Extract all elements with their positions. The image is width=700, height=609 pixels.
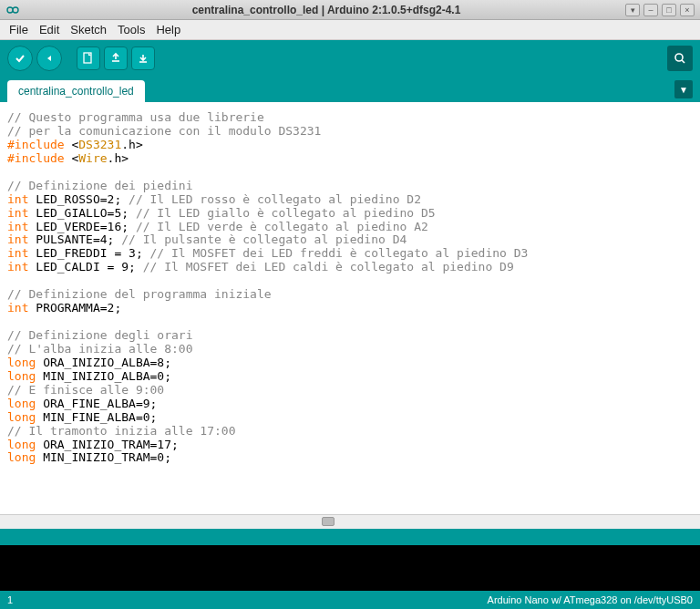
code-text: LED_GIALLO=5; <box>36 206 136 220</box>
comment: // Il LED rosso è collegato al piedino D… <box>129 192 421 206</box>
minimize-button[interactable]: – <box>643 4 658 16</box>
scrollbar-thumb[interactable] <box>322 517 335 526</box>
window-title: centralina_controllo_led | Arduino 2:1.0… <box>27 4 625 16</box>
comment: // Il pulsante è collegato al piedino D4 <box>121 232 407 246</box>
lib-name: Wire <box>78 151 107 165</box>
code-editor[interactable]: // Questo programma usa due librerie // … <box>0 102 700 514</box>
comment: // Il LED giallo è collegato al piedino … <box>136 206 436 220</box>
keyword: int <box>7 260 28 274</box>
code-text: LED_CALDI = 9; <box>36 260 142 274</box>
code-text: ORA_INIZIO_ALBA=8; <box>43 356 171 369</box>
menu-tools[interactable]: Tools <box>112 21 150 38</box>
keyword: long <box>7 369 36 383</box>
comment: // Definizione dei piedini <box>7 179 193 192</box>
comment: // L'alba inizia alle 8:00 <box>7 342 193 356</box>
code-text: MIN_INIZIO_TRAM=0; <box>43 450 171 464</box>
save-button[interactable] <box>131 46 155 70</box>
menu-sketch[interactable]: Sketch <box>65 21 112 38</box>
comment: // Il LED verde è collegato al piedino A… <box>136 220 428 233</box>
code-text: LED_VERDE=16; <box>36 220 136 233</box>
window-titlebar: centralina_controllo_led | Arduino 2:1.0… <box>0 0 700 20</box>
tab-dropdown-icon[interactable]: ▼ <box>674 80 693 98</box>
keyword: int <box>7 301 28 315</box>
comment: // Il MOSFET dei LED freddi è collegato … <box>150 246 529 260</box>
sketch-tab[interactable]: centralina_controllo_led <box>7 80 145 102</box>
tab-bar: centralina_controllo_led ▼ <box>0 77 700 102</box>
verify-button[interactable] <box>7 46 33 71</box>
code-text: PROGRAMMA=2; <box>36 301 121 315</box>
new-button[interactable] <box>77 46 100 70</box>
code-text: LED_FREDDI = 3; <box>36 246 149 260</box>
keyword: int <box>7 206 28 220</box>
status-bar: 1 Arduino Nano w/ ATmega328 on /dev/ttyU… <box>0 591 700 609</box>
comment: // Il tramonto inizia alle 17:00 <box>7 424 235 438</box>
keyword: int <box>7 232 28 246</box>
keyword: #include <box>7 138 65 151</box>
status-line-number: 1 <box>7 594 13 605</box>
comment: // Definizione del programma iniziale <box>7 287 272 301</box>
status-board-port: Arduino Nano w/ ATmega328 on /dev/ttyUSB… <box>488 594 693 605</box>
comment: // Definizione degli orari <box>7 328 193 342</box>
menu-edit[interactable]: Edit <box>34 21 65 38</box>
comment: // E finisce alle 9:00 <box>7 383 164 397</box>
svg-rect-0 <box>84 53 91 63</box>
code-text: MIN_FINE_ALBA=0; <box>43 410 157 424</box>
keyword: int <box>7 192 28 206</box>
keyword: int <box>7 220 28 233</box>
menu-file[interactable]: File <box>4 21 34 38</box>
keyword: long <box>7 450 36 464</box>
keyword: long <box>7 410 36 424</box>
comment: // per la comunicazione con il modulo DS… <box>7 124 321 138</box>
serial-monitor-button[interactable] <box>667 46 693 71</box>
keyword: long <box>7 397 36 410</box>
menu-help[interactable]: Help <box>150 21 186 38</box>
menu-bar: File Edit Sketch Tools Help <box>0 20 700 40</box>
code-text: PULSANTE=4; <box>36 232 121 246</box>
code-text: MIN_INIZIO_ALBA=0; <box>43 369 171 383</box>
svg-point-1 <box>675 54 683 61</box>
maximize-button[interactable]: □ <box>662 4 676 16</box>
window-controls: ▾ – □ × <box>625 4 695 16</box>
code-text: ORA_FINE_ALBA=9; <box>43 397 157 410</box>
lib-name: DS3231 <box>78 138 121 151</box>
keyword: int <box>7 246 28 260</box>
keyword: long <box>7 356 36 369</box>
keyword: long <box>7 438 36 451</box>
horizontal-scrollbar[interactable] <box>0 514 700 529</box>
open-button[interactable] <box>104 46 128 70</box>
close-button[interactable]: × <box>680 4 695 16</box>
arduino-icon <box>5 4 20 16</box>
keyword: #include <box>7 151 65 165</box>
toolbar <box>0 40 700 77</box>
output-console[interactable] <box>0 545 700 591</box>
upload-button[interactable] <box>36 46 62 71</box>
comment: // Il MOSFET dei LED caldi è collegato a… <box>143 260 514 274</box>
code-text: LED_ROSSO=2; <box>36 192 129 206</box>
iconify-button[interactable]: ▾ <box>625 4 640 16</box>
code-text: ORA_INIZIO_TRAM=17; <box>43 438 179 451</box>
console-header <box>0 529 700 545</box>
comment: // Questo programma usa due librerie <box>7 110 264 124</box>
